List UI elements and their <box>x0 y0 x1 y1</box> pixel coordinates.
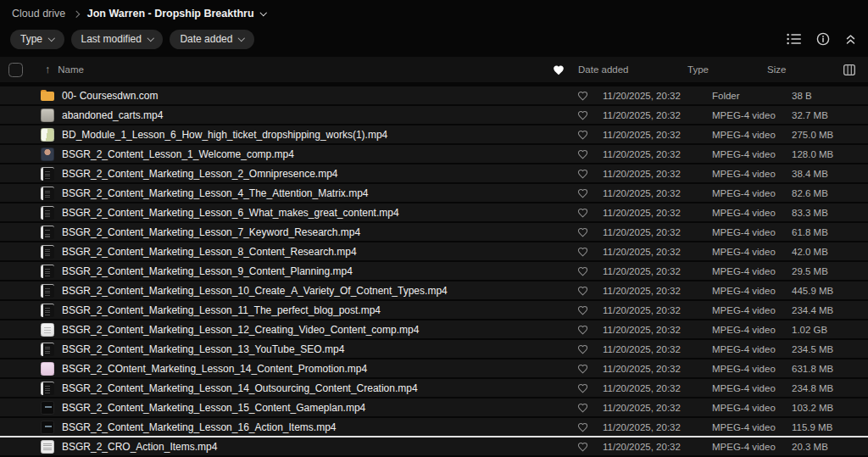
file-name: BSGR_2_Content_Marketing_Lesson_13_YouTu… <box>62 343 577 355</box>
table-row[interactable]: BSGR_2_Content_Marketing_Lesson_4_The_At… <box>0 184 868 202</box>
favorite-button[interactable] <box>577 110 591 120</box>
date-added: 11/20/2025, 20:32 <box>603 422 712 432</box>
favorite-button[interactable] <box>577 91 591 101</box>
file-thumbnail-icon <box>41 284 54 298</box>
table-row[interactable]: BSGR_2_Content_Marketing_Lesson_8_Conten… <box>0 242 868 260</box>
table-row[interactable]: BSGR_2_Content_Marketing_Lesson_11_The_p… <box>0 301 868 319</box>
file-type: MPEG-4 video <box>712 364 792 374</box>
select-all-checkbox[interactable] <box>8 63 23 77</box>
file-type: MPEG-4 video <box>712 188 792 198</box>
column-header-size[interactable]: Size <box>767 64 843 75</box>
file-name: BSGR_2_COntent_Marketing_Lesson_14_Conte… <box>62 363 577 375</box>
favorite-button[interactable] <box>577 305 591 315</box>
file-size: 631.8 MB <box>792 364 868 374</box>
file-size: 82.6 MB <box>792 188 868 198</box>
date-added: 11/20/2025, 20:32 <box>603 208 712 218</box>
file-thumbnail-icon <box>41 148 54 161</box>
filter-chip-label: Last modified <box>81 33 142 45</box>
breadcrumb-current-folder[interactable]: Jon Warren - Dropship Breakthru <box>87 8 265 20</box>
double-chevron-up-icon <box>845 34 856 45</box>
top-bar: Cloud drive Jon Warren - Dropship Breakt… <box>0 0 868 27</box>
favorite-button[interactable] <box>577 247 591 257</box>
file-name: BSGR_2_Content_Marketing_Lesson_4_The_At… <box>62 187 577 199</box>
file-type: MPEG-4 video <box>712 110 792 120</box>
favorite-button[interactable] <box>577 403 591 413</box>
info-button[interactable] <box>816 32 830 46</box>
favorite-button[interactable] <box>577 188 591 198</box>
file-size: 42.0 MB <box>792 247 868 257</box>
column-header-date-added[interactable]: Date added <box>578 64 687 75</box>
table-row[interactable]: BSGR_2_Content_Marketing_Lesson_6_What_m… <box>0 203 868 221</box>
table-row[interactable]: BSGR_2_COntent_Marketing_Lesson_14_Conte… <box>0 359 868 377</box>
heart-outline-icon <box>577 130 588 140</box>
table-row[interactable]: BD_Module_1_Lesson_6_How_high_ticket_dro… <box>0 125 868 143</box>
favorite-button[interactable] <box>577 364 591 374</box>
favorite-button[interactable] <box>577 130 591 140</box>
column-header-favorite[interactable] <box>553 64 566 75</box>
table-row[interactable]: BSGR_2_Content_Marketing_Lesson_10_Creat… <box>0 281 868 299</box>
favorite-button[interactable] <box>577 422 591 432</box>
columns-settings-button[interactable] <box>843 64 855 75</box>
heart-outline-icon <box>577 91 588 101</box>
table-row[interactable]: BSGR_2_CRO_Action_Items.mp4 11/20/2025, … <box>0 437 868 455</box>
file-thumbnail-icon <box>41 167 54 181</box>
table-row[interactable]: BSGR_2_Content_Marketing_Lesson_16_Actio… <box>0 418 868 436</box>
heart-outline-icon <box>577 110 588 120</box>
table-header: ↑ Name Date added Type Size <box>0 57 868 82</box>
favorite-button[interactable] <box>577 325 591 335</box>
filter-chip-label: Type <box>20 33 42 45</box>
collapse-button[interactable] <box>845 34 856 45</box>
file-thumbnail-icon <box>41 421 54 434</box>
date-added: 11/20/2025, 20:32 <box>603 227 712 237</box>
table-row[interactable]: abandoned_carts.mp4 11/20/2025, 20:32 MP… <box>0 106 868 124</box>
favorite-button[interactable] <box>577 442 591 452</box>
table-row[interactable]: BSGR_2_Content_Marketing_Lesson_2_Omnipr… <box>0 164 868 182</box>
filter-chip-last-modified[interactable]: Last modified <box>71 30 164 49</box>
file-name: BSGR_2_Content_Marketing_Lesson_10_Creat… <box>62 285 577 297</box>
favorite-button[interactable] <box>577 266 591 276</box>
favorite-button[interactable] <box>577 383 591 393</box>
file-size: 234.5 MB <box>792 344 868 354</box>
file-type: MPEG-4 video <box>712 422 792 432</box>
filter-chip-type[interactable]: Type <box>10 30 64 49</box>
table-row[interactable]: BSGR_2_Content_Marketing_Lesson_13_YouTu… <box>0 340 868 358</box>
breadcrumb-root[interactable]: Cloud drive <box>12 8 65 20</box>
file-size: 29.5 MB <box>792 266 868 276</box>
column-header-type[interactable]: Type <box>687 64 767 75</box>
table-row[interactable]: BSGR_2_Content_Lesson_1_Welcome_comp.mp4… <box>0 145 868 163</box>
list-view-button[interactable] <box>787 33 801 45</box>
table-row[interactable]: BSGR_2_Content_Marketing_Lesson_7_Keywor… <box>0 223 868 241</box>
file-name: BSGR_2_Content_Marketing_Lesson_9_Conten… <box>62 265 577 277</box>
list-view-icon <box>787 33 801 45</box>
date-added: 11/20/2025, 20:32 <box>603 344 712 354</box>
file-name: BSGR_2_Content_Marketing_Lesson_15_Conte… <box>62 402 577 414</box>
file-name: BSGR_2_Content_Marketing_Lesson_12_Creat… <box>62 324 577 336</box>
heart-outline-icon <box>577 227 588 237</box>
table-row[interactable]: BSGR_2_Content_Marketing_Lesson_14_Outso… <box>0 379 868 397</box>
favorite-button[interactable] <box>577 208 591 218</box>
favorite-button[interactable] <box>577 344 591 354</box>
file-thumbnail-icon <box>41 304 54 317</box>
favorite-button[interactable] <box>577 227 591 237</box>
sort-ascending-icon[interactable]: ↑ <box>45 64 50 75</box>
info-icon <box>816 32 830 46</box>
date-added: 11/20/2025, 20:32 <box>603 110 712 120</box>
file-size: 38.4 MB <box>792 169 868 179</box>
chevron-down-icon <box>147 35 154 42</box>
column-header-name[interactable]: Name <box>58 64 553 75</box>
table-row[interactable]: 00- Coursesdwn.com 11/20/2025, 20:32 Fol… <box>0 86 868 104</box>
favorite-button[interactable] <box>577 169 591 179</box>
date-added: 11/20/2025, 20:32 <box>603 91 712 101</box>
table-row[interactable]: BSGR_2_Content_Marketing_Lesson_9_Conten… <box>0 262 868 280</box>
heart-outline-icon <box>577 364 588 374</box>
table-row[interactable]: BSGR_2_Content_Marketing_Lesson_15_Conte… <box>0 398 868 416</box>
favorite-button[interactable] <box>577 286 591 296</box>
file-type: MPEG-4 video <box>712 169 792 179</box>
table-row[interactable]: BSGR_2_Content_Marketing_Lesson_12_Creat… <box>0 320 868 338</box>
file-size: 115.9 MB <box>792 422 868 432</box>
file-thumbnail-icon <box>41 401 54 415</box>
file-name: BSGR_2_Content_Marketing_Lesson_2_Omnipr… <box>62 168 577 180</box>
filter-chip-date-added[interactable]: Date added <box>170 30 254 49</box>
filter-bar: Type Last modified Date added <box>0 27 868 51</box>
favorite-button[interactable] <box>577 149 591 159</box>
